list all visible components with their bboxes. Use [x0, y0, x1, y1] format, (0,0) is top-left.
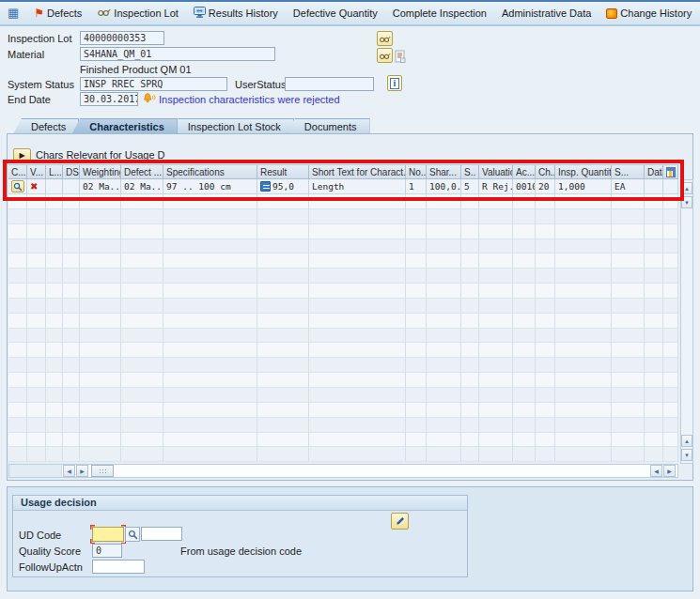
table-empty-row: [8, 329, 678, 344]
cell-ds[interactable]: [63, 179, 80, 194]
scroll-down-icon[interactable]: ▼: [681, 196, 692, 208]
table-config-cell[interactable]: [663, 164, 678, 179]
cell-data[interactable]: [645, 179, 663, 194]
table-empty-row: [8, 314, 678, 329]
cell-result[interactable]: 95,0: [257, 179, 309, 194]
status-info-button[interactable]: i: [387, 75, 402, 91]
results-history-button[interactable]: Results History: [194, 7, 278, 20]
col-ac[interactable]: Ac...: [513, 164, 536, 179]
end-date-field[interactable]: 30.03.2017: [80, 92, 138, 106]
expand-chars-button[interactable]: ▶: [13, 148, 31, 161]
col-weighting[interactable]: Weighting: [80, 164, 121, 179]
material-description: Finished Product QM 01: [80, 64, 192, 75]
scroll-up-icon[interactable]: ▲: [681, 435, 692, 447]
col-specifications[interactable]: Specifications: [163, 164, 257, 179]
defects-button[interactable]: ⚑ Defects: [34, 8, 82, 19]
scroll-left-icon[interactable]: ◀: [650, 465, 662, 477]
cell-specifications[interactable]: 97 .. 100 cm: [163, 179, 257, 194]
complete-inspection-label: Complete Inspection: [393, 8, 487, 19]
cell-no[interactable]: 1: [406, 179, 427, 194]
change-history-button[interactable]: Change History: [606, 8, 692, 19]
cell-inspect[interactable]: [8, 179, 27, 194]
col-short-text[interactable]: Short Text for Charact...: [309, 164, 406, 179]
col-l[interactable]: L...: [46, 164, 63, 179]
cell-share[interactable]: 100,0..: [427, 179, 461, 194]
col-no[interactable]: No...: [406, 164, 427, 179]
cell-valuation-dropdown[interactable]: R Rej..▼: [479, 179, 513, 194]
weighting-value: 02 Ma..: [83, 181, 120, 192]
cell-valuation-icon[interactable]: ✖: [27, 179, 46, 194]
col-s1[interactable]: S..: [461, 164, 479, 179]
table-empty-row: [8, 343, 678, 358]
cell-unit[interactable]: EA: [612, 179, 645, 194]
end-date-field-label: End Date: [8, 94, 51, 105]
inspection-lot-field[interactable]: 40000000353: [80, 31, 164, 45]
user-status-field-label: UserStatus: [235, 79, 286, 90]
tab-characteristics[interactable]: Characteristics: [71, 118, 178, 134]
status-message-text: Inspection characteristics were rejected: [159, 94, 340, 105]
col-share[interactable]: Shar...: [427, 164, 461, 179]
col-ch[interactable]: Ch...: [536, 164, 555, 179]
col-c[interactable]: C...: [8, 164, 27, 179]
quality-score-field[interactable]: 0: [92, 544, 122, 558]
magnifier-icon: [128, 530, 138, 540]
usage-decision-groupbox: Usage decision UD Code Quality Score 0 F…: [12, 495, 468, 577]
col-result[interactable]: Result: [257, 164, 309, 179]
glasses-icon: [97, 8, 111, 19]
col-data[interactable]: Data: [645, 164, 663, 179]
scroll-right-icon[interactable]: ▶: [76, 465, 88, 477]
user-status-field[interactable]: [285, 77, 374, 91]
defective-quantity-button[interactable]: Defective Quantity: [293, 8, 378, 19]
characteristic-row[interactable]: ✖ 02 Ma..▼ 02 Ma..▼ 97 .. 100 cm 95,0 Le…: [8, 179, 678, 194]
table-horizontal-scrollbar[interactable]: ◀ ▶ ◀ ▶: [8, 464, 678, 478]
system-status-field[interactable]: INSP RREC SPRQ: [80, 77, 227, 91]
material-field[interactable]: S4HANA_QM_01: [80, 47, 275, 61]
cell-ch[interactable]: 20: [536, 179, 555, 194]
inspection-lot-button[interactable]: Inspection Lot: [97, 8, 179, 19]
cell-insp-quantity[interactable]: 1,000: [555, 179, 612, 194]
table-empty-row: [8, 239, 678, 254]
scroll-down-icon[interactable]: ▼: [681, 449, 692, 461]
display-material-glasses-button[interactable]: [377, 48, 393, 63]
cell-weighting-dropdown[interactable]: 02 Ma..▼: [80, 179, 121, 194]
tab-documents[interactable]: Documents: [287, 118, 370, 134]
col-defect[interactable]: Defect ...: [121, 164, 163, 179]
ud-code-search-button[interactable]: [125, 527, 140, 542]
chars-panel-title: Chars Relevant for Usage D: [36, 149, 165, 161]
administrative-data-button[interactable]: Administrative Data: [502, 8, 591, 19]
ud-code-field[interactable]: [92, 527, 124, 542]
overview-button[interactable]: ▦: [8, 8, 19, 19]
scroll-right-icon[interactable]: ▶: [663, 465, 676, 477]
cell-samples[interactable]: 5: [461, 179, 479, 194]
cell-ac[interactable]: 0010: [513, 179, 536, 194]
ud-code-text-field[interactable]: [141, 527, 182, 541]
complete-inspection-button[interactable]: Complete Inspection: [393, 8, 487, 19]
table-vertical-scrollbar[interactable]: ▲ ▼ ▲ ▼: [680, 179, 693, 464]
display-lot-glasses-button[interactable]: [377, 31, 393, 46]
cell-l[interactable]: [46, 179, 63, 194]
characteristics-tab-panel: ▶ Chars Relevant for Usage D C... V... L…: [7, 133, 693, 481]
tab-defects[interactable]: Defects: [13, 118, 79, 134]
scroll-up-icon[interactable]: ▲: [681, 182, 692, 194]
scroll-left-icon[interactable]: ◀: [63, 465, 75, 477]
edit-usage-decision-button[interactable]: [391, 513, 409, 530]
hscroll-thumb[interactable]: [91, 465, 114, 477]
cell-short-text[interactable]: Length: [309, 179, 406, 194]
cell-defect-dropdown[interactable]: 02 Ma..▼: [121, 179, 163, 194]
result-detail-icon[interactable]: [260, 181, 271, 192]
table-empty-row: [8, 224, 678, 239]
defective-quantity-label: Defective Quantity: [293, 8, 378, 19]
table-empty-row: [8, 358, 678, 373]
col-insp-quantity[interactable]: Insp. Quantity: [555, 164, 612, 179]
table-empty-row: [8, 299, 678, 314]
col-unit[interactable]: S...: [612, 164, 645, 179]
col-valuation[interactable]: Valuation: [479, 164, 513, 179]
inspection-lot-label: Inspection Lot: [114, 8, 179, 19]
col-ds[interactable]: DS: [63, 164, 80, 179]
defects-label: Defects: [47, 8, 82, 19]
col-v[interactable]: V...: [27, 164, 46, 179]
copy-document-icon[interactable]: [395, 50, 406, 63]
tab-inspection-lot-stock[interactable]: Inspection Lot Stock: [170, 118, 294, 134]
display-characteristic-button[interactable]: [11, 180, 24, 192]
followup-action-field[interactable]: [92, 560, 145, 574]
